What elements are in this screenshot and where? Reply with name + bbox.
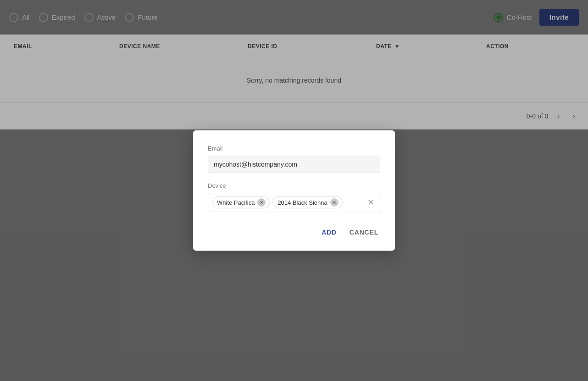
device-tag-2-label: 2014 Black Sienna: [277, 199, 327, 206]
device-field-group: Device White Pacifica ✕ 2014 Black Sienn…: [208, 182, 380, 212]
email-input[interactable]: [208, 156, 380, 173]
email-label: Email: [208, 145, 380, 152]
cancel-button[interactable]: CANCEL: [348, 225, 380, 240]
remove-tag-2-button[interactable]: ✕: [330, 198, 338, 207]
modal-actions: ADD CANCEL: [208, 225, 380, 240]
email-field-group: Email: [208, 145, 380, 173]
modal-overlay: Email Device White Pacifica ✕ 2014 Black…: [0, 0, 588, 381]
device-tag-1: White Pacifica ✕: [212, 196, 270, 208]
device-label: Device: [208, 182, 380, 189]
device-multi-select[interactable]: White Pacifica ✕ 2014 Black Sienna ✕ ✕: [208, 193, 380, 212]
device-tag-1-label: White Pacifica: [217, 199, 255, 206]
add-button[interactable]: ADD: [320, 225, 338, 240]
device-search-input[interactable]: [345, 199, 363, 206]
remove-tag-1-button[interactable]: ✕: [257, 198, 266, 207]
clear-all-devices-button[interactable]: ✕: [366, 197, 376, 207]
device-tag-2: 2014 Black Sienna ✕: [272, 196, 342, 208]
invite-modal: Email Device White Pacifica ✕ 2014 Black…: [193, 130, 395, 251]
